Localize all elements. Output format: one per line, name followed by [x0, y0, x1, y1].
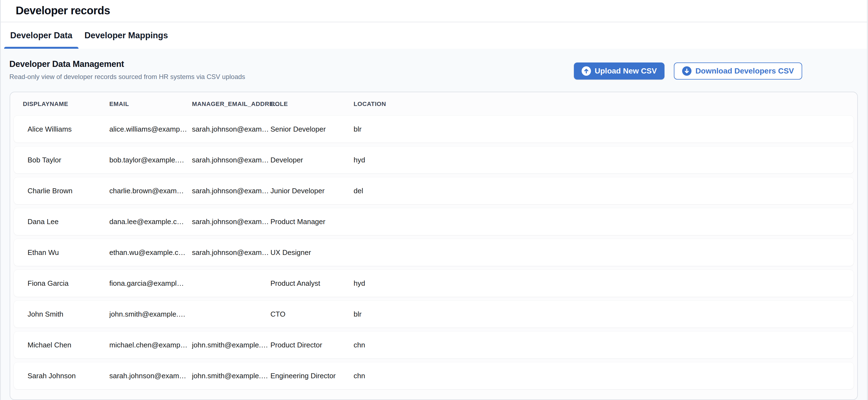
cell-location: hyd	[353, 156, 854, 164]
cell-displayname: Dana Lee	[28, 217, 109, 226]
table-row: Fiona Garcia fiona.garcia@exampl… Produc…	[14, 270, 854, 297]
upload-csv-button[interactable]: Upload New CSV	[574, 62, 665, 80]
csv-button-group: Upload New CSV Download Developers CSV	[574, 62, 802, 80]
cell-email: sarah.johnson@exam…	[109, 372, 192, 380]
tab-developer-mappings[interactable]: Developer Mappings	[79, 22, 174, 49]
cell-role: Developer	[271, 156, 353, 164]
circle-arrow-down-icon	[682, 66, 691, 76]
cell-displayname: Fiona Garcia	[28, 279, 109, 288]
table-row: Alice Williams alice.williams@examp… sar…	[14, 116, 854, 143]
cell-role: UX Designer	[271, 248, 353, 257]
cell-displayname: Sarah Johnson	[28, 372, 109, 380]
table-row: John Smith john.smith@example.… CTO blr	[14, 301, 854, 328]
column-header-location: LOCATION	[353, 100, 857, 107]
upload-csv-label: Upload New CSV	[595, 67, 657, 75]
developer-data-panel: Developer Data Management Read-only view…	[1, 49, 867, 400]
cell-displayname: Alice Williams	[28, 125, 109, 133]
cell-email: dana.lee@example.c…	[109, 217, 192, 226]
section-subheading: Read-only view of developer records sour…	[9, 73, 245, 81]
table-header-row: DISPLAYNAME EMAIL MANAGER_EMAIL_ADDRE… R…	[10, 92, 857, 116]
section-header: Developer Data Management Read-only view…	[1, 59, 867, 81]
cell-manager-email: john.smith@example.…	[192, 372, 271, 380]
cell-displayname: Ethan Wu	[28, 248, 109, 257]
cell-displayname: Bob Taylor	[28, 156, 109, 164]
cell-location: blr	[353, 125, 854, 133]
table-row: Sarah Johnson sarah.johnson@exam… john.s…	[14, 362, 854, 389]
cell-manager-email: sarah.johnson@exam…	[192, 248, 271, 257]
cell-manager-email: sarah.johnson@exam…	[192, 187, 271, 195]
column-header-manager-email: MANAGER_EMAIL_ADDRE…	[192, 100, 271, 107]
cell-manager-email: john.smith@example.…	[192, 341, 271, 349]
circle-arrow-up-icon	[582, 66, 591, 76]
cell-role: Junior Developer	[271, 187, 353, 195]
cell-manager-email: sarah.johnson@exam…	[192, 156, 271, 164]
cell-email: john.smith@example.…	[109, 310, 192, 318]
download-csv-button[interactable]: Download Developers CSV	[674, 62, 802, 80]
tab-bar: Developer Data Developer Mappings	[1, 22, 867, 49]
cell-manager-email: sarah.johnson@exam…	[192, 217, 271, 226]
cell-displayname: John Smith	[28, 310, 109, 318]
cell-displayname: Michael Chen	[28, 341, 109, 349]
section-heading: Developer Data Management	[9, 59, 245, 69]
table-row: Ethan Wu ethan.wu@example.c… sarah.johns…	[14, 239, 854, 266]
table-row: Bob Taylor bob.taylor@example.… sarah.jo…	[14, 147, 854, 174]
cell-email: ethan.wu@example.c…	[109, 248, 192, 257]
table-body: Alice Williams alice.williams@examp… sar…	[10, 116, 857, 389]
tab-developer-data[interactable]: Developer Data	[4, 22, 79, 49]
cell-displayname: Charlie Brown	[28, 187, 109, 195]
cell-location: del	[353, 187, 854, 195]
cell-email: fiona.garcia@exampl…	[109, 279, 192, 288]
table-row: Michael Chen michael.chen@examp… john.sm…	[14, 332, 854, 359]
cell-email: bob.taylor@example.…	[109, 156, 192, 164]
cell-email: alice.williams@examp…	[109, 125, 192, 133]
cell-role: Product Director	[271, 341, 353, 349]
cell-role: Senior Developer	[271, 125, 353, 133]
cell-role: Product Analyst	[271, 279, 353, 288]
page-header: Developer records	[1, 0, 867, 22]
column-header-role: ROLE	[271, 100, 353, 107]
tab-developer-data-label: Developer Data	[10, 31, 72, 40]
cell-location: blr	[353, 310, 854, 318]
cell-role: Product Manager	[271, 217, 353, 226]
cell-manager-email: sarah.johnson@exam…	[192, 125, 271, 133]
cell-email: charlie.brown@exam…	[109, 187, 192, 195]
cell-role: Engineering Director	[271, 372, 353, 380]
column-header-email: EMAIL	[109, 100, 192, 107]
cell-location: chn	[353, 372, 854, 380]
tab-developer-mappings-label: Developer Mappings	[85, 31, 168, 40]
cell-role: CTO	[271, 310, 353, 318]
column-header-displayname: DISPLAYNAME	[23, 100, 109, 107]
download-csv-label: Download Developers CSV	[695, 67, 794, 75]
cell-location: chn	[353, 341, 854, 349]
cell-location: hyd	[353, 279, 854, 288]
cell-email: michael.chen@examp…	[109, 341, 192, 349]
page-title: Developer records	[16, 4, 867, 17]
developer-records-page: Developer records Developer Data Develop…	[0, 0, 868, 400]
section-header-text: Developer Data Management Read-only view…	[9, 59, 245, 81]
table-row: Dana Lee dana.lee@example.c… sarah.johns…	[14, 208, 854, 235]
table-row: Charlie Brown charlie.brown@exam… sarah.…	[14, 177, 854, 204]
developers-table: DISPLAYNAME EMAIL MANAGER_EMAIL_ADDRE… R…	[10, 92, 858, 400]
